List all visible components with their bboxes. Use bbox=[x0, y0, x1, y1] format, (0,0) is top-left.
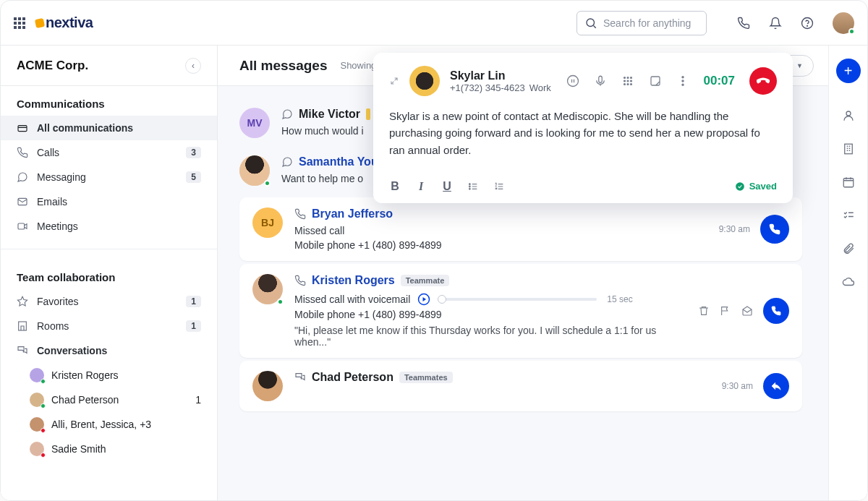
voicemail-transcript: "Hi, please let me know if this Thursday… bbox=[294, 325, 686, 348]
apps-grid-icon[interactable] bbox=[14, 17, 25, 29]
sidebar: ACME Corp. ‹ Communications All communic… bbox=[1, 46, 218, 500]
numbered-list-icon[interactable] bbox=[493, 181, 505, 192]
message-row-bryan[interactable]: BJ Bryan Jefferso Missed call Mobile pho… bbox=[239, 197, 802, 261]
conversation-group[interactable]: Alli, Brent, Jessica, +3 bbox=[1, 412, 217, 437]
conversation-sadie[interactable]: Sadie Smith bbox=[1, 437, 217, 461]
voicemail-progress[interactable] bbox=[438, 298, 597, 301]
avatar-photo bbox=[252, 371, 283, 401]
attachment-icon[interactable] bbox=[842, 242, 855, 255]
chat-icon bbox=[17, 171, 28, 183]
flag-icon[interactable] bbox=[720, 305, 731, 317]
mic-icon[interactable] bbox=[594, 74, 607, 87]
note-icon[interactable] bbox=[649, 74, 662, 87]
contact-name: Chad Peterson bbox=[312, 371, 393, 384]
collapse-icon[interactable] bbox=[389, 76, 399, 86]
video-icon bbox=[17, 220, 28, 232]
hangup-button[interactable] bbox=[749, 67, 777, 95]
svg-point-23 bbox=[469, 184, 470, 185]
bold-button[interactable]: B bbox=[389, 180, 401, 193]
sidebar-item-favorites[interactable]: Favorites 1 bbox=[1, 289, 217, 314]
svg-point-21 bbox=[681, 80, 683, 82]
svg-rect-5 bbox=[18, 223, 25, 229]
contact-name: Mike Victor bbox=[299, 108, 360, 121]
italic-button[interactable]: I bbox=[415, 180, 427, 193]
svg-point-12 bbox=[630, 77, 631, 79]
svg-point-25 bbox=[469, 188, 470, 189]
mail-open-icon[interactable] bbox=[741, 305, 753, 317]
svg-point-1 bbox=[802, 17, 813, 28]
phone-meta: Mobile phone +1 (480) 899-4899 bbox=[294, 239, 707, 251]
message-row-chad[interactable]: Chad Peterson Teammates 9:30 am bbox=[239, 361, 802, 411]
search-placeholder: Search for anything bbox=[603, 17, 691, 29]
call-avatar bbox=[409, 66, 440, 96]
svg-point-14 bbox=[627, 80, 629, 82]
svg-point-8 bbox=[567, 76, 578, 87]
svg-rect-29 bbox=[843, 179, 854, 187]
sidebar-collapse-button[interactable]: ‹ bbox=[185, 58, 201, 74]
avatar-photo bbox=[239, 155, 270, 186]
phone-meta: Mobile phone +1 (480) 899-4899 bbox=[294, 309, 686, 320]
svg-rect-9 bbox=[598, 76, 602, 82]
global-search-input[interactable]: Search for anything bbox=[576, 11, 707, 35]
call-button[interactable] bbox=[763, 298, 789, 324]
svg-point-16 bbox=[624, 84, 625, 85]
voicemail-duration: 15 sec bbox=[607, 294, 632, 304]
help-icon[interactable] bbox=[801, 17, 814, 30]
bell-icon[interactable] bbox=[769, 17, 782, 30]
svg-point-26 bbox=[736, 182, 744, 191]
tasks-icon[interactable] bbox=[842, 209, 855, 222]
play-icon[interactable] bbox=[417, 293, 430, 306]
svg-point-22 bbox=[681, 84, 683, 85]
star-icon bbox=[17, 296, 28, 307]
sidebar-item-messaging[interactable]: Messaging 5 bbox=[1, 165, 217, 189]
building-icon[interactable] bbox=[842, 142, 855, 155]
svg-point-10 bbox=[624, 77, 625, 79]
phone-icon[interactable] bbox=[737, 17, 750, 30]
conversation-chad[interactable]: Chad Peterson1 bbox=[1, 387, 217, 412]
sidebar-item-conversations[interactable]: Conversations bbox=[1, 338, 217, 363]
main-panel: All messages Showing 5 messages All chan… bbox=[218, 46, 828, 500]
avatar-initials: BJ bbox=[252, 207, 283, 238]
svg-point-17 bbox=[627, 84, 629, 85]
sidebar-item-meetings[interactable]: Meetings bbox=[1, 214, 217, 239]
sidebar-item-emails[interactable]: Emails bbox=[1, 189, 217, 214]
svg-point-15 bbox=[630, 80, 631, 82]
bullet-list-icon[interactable] bbox=[467, 181, 479, 192]
call-contact-name: Skylar Lin bbox=[450, 69, 551, 82]
sidebar-item-all-communications[interactable]: All communications bbox=[1, 116, 217, 140]
chat-icon bbox=[281, 156, 293, 168]
sidebar-item-calls[interactable]: Calls 3 bbox=[1, 140, 217, 165]
call-button[interactable] bbox=[760, 215, 789, 244]
svg-rect-19 bbox=[651, 77, 660, 85]
teammate-tag: Teammate bbox=[401, 275, 450, 286]
mail-icon bbox=[17, 196, 28, 207]
contact-name: Bryan Jefferso bbox=[312, 207, 393, 220]
conversation-kristen[interactable]: Kristen Rogers bbox=[1, 363, 217, 387]
cloud-icon[interactable] bbox=[842, 275, 855, 288]
missed-call-label: Missed call bbox=[294, 225, 707, 236]
calendar-icon[interactable] bbox=[842, 176, 855, 189]
phone-icon bbox=[294, 208, 306, 220]
sidebar-item-rooms[interactable]: Rooms 1 bbox=[1, 314, 217, 338]
svg-point-0 bbox=[587, 19, 595, 27]
phone-icon bbox=[294, 275, 306, 286]
message-row-kristen[interactable]: Kristen Rogers Teammate Missed call with… bbox=[239, 264, 802, 358]
reply-button[interactable] bbox=[763, 373, 789, 399]
more-icon[interactable] bbox=[676, 74, 689, 87]
nextiva-logo: nextiva bbox=[35, 14, 93, 31]
conversations-icon bbox=[294, 372, 306, 383]
app-header: nextiva Search for anything bbox=[1, 1, 867, 46]
dialpad-icon[interactable] bbox=[621, 74, 634, 87]
call-note-text[interactable]: Skylar is a new point of contact at Medi… bbox=[389, 108, 777, 158]
missed-voicemail-label: Missed call with voicemail bbox=[294, 294, 410, 305]
svg-point-11 bbox=[627, 77, 629, 79]
user-avatar[interactable] bbox=[833, 12, 854, 34]
trash-icon[interactable] bbox=[698, 305, 710, 317]
compose-button[interactable]: + bbox=[836, 59, 861, 83]
call-phone-number: +1(732) 345-4623 bbox=[450, 82, 525, 93]
phone-icon bbox=[17, 147, 28, 158]
contact-icon[interactable] bbox=[842, 109, 855, 122]
pause-icon[interactable] bbox=[566, 74, 579, 87]
underline-button[interactable]: U bbox=[441, 180, 453, 193]
timestamp: 9:30 am bbox=[722, 381, 753, 391]
